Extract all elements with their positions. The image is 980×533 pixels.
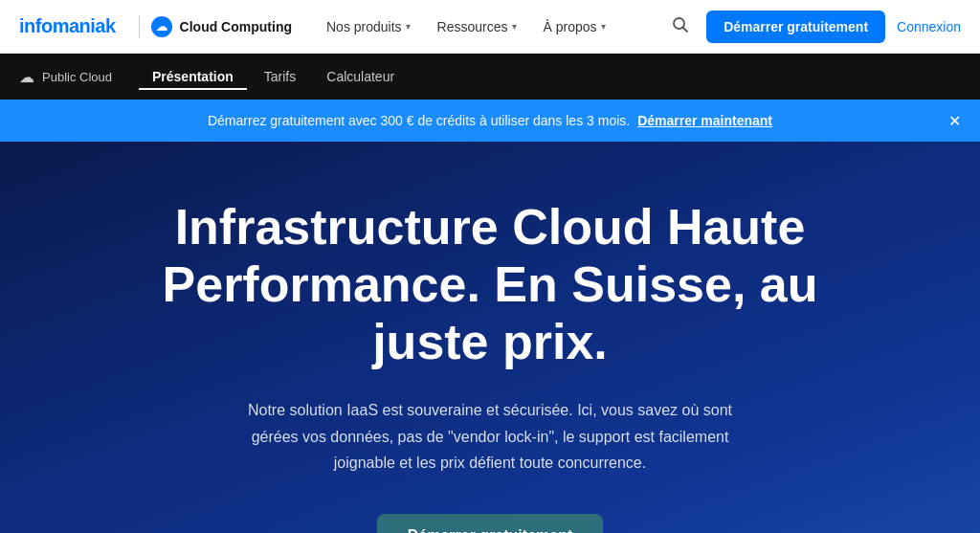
search-icon[interactable] <box>666 11 695 43</box>
nav-link-label: À propos <box>544 19 597 34</box>
cloud-section: ☁ Cloud Computing <box>151 16 292 37</box>
public-cloud-brand: ☁ Public Cloud <box>19 68 112 86</box>
chevron-down-icon: ▾ <box>601 21 606 32</box>
sub-nav-links: Présentation Tarifs Calculateur <box>139 63 408 90</box>
public-cloud-icon: ☁ <box>19 68 34 86</box>
promo-banner: Démarrez gratuitement avec 300 € de créd… <box>0 100 980 142</box>
subnav-calculateur[interactable]: Calculateur <box>313 63 408 90</box>
login-button[interactable]: Connexion <box>897 19 961 34</box>
nav-links: Nos produits ▾ Ressources ▾ À propos ▾ <box>315 13 666 40</box>
cloud-section-label: Cloud Computing <box>180 19 292 34</box>
logo-text: infomaniak <box>19 15 116 37</box>
cta-demarrer-button[interactable]: Démarrer gratuitement <box>706 11 885 43</box>
svg-line-1 <box>683 27 688 32</box>
hero-section: Infrastructure Cloud Haute Performance. … <box>0 142 980 533</box>
cloud-icon: ☁ <box>151 16 172 37</box>
nav-ressources[interactable]: Ressources ▾ <box>426 13 528 40</box>
nav-a-propos[interactable]: À propos ▾ <box>532 13 617 40</box>
top-navigation: infomaniak ☁ Cloud Computing Nos produit… <box>0 0 980 54</box>
nav-nos-produits[interactable]: Nos produits ▾ <box>315 13 422 40</box>
subnav-presentation[interactable]: Présentation <box>139 63 247 90</box>
nav-divider <box>139 15 140 38</box>
public-cloud-label: Public Cloud <box>42 70 112 84</box>
nav-link-label: Nos produits <box>326 19 402 34</box>
hero-title: Infrastructure Cloud Haute Performance. … <box>145 199 835 370</box>
infomaniak-logo[interactable]: infomaniak <box>19 15 116 37</box>
banner-close-icon[interactable]: ✕ <box>948 112 961 130</box>
subnav-tarifs[interactable]: Tarifs <box>251 63 309 90</box>
chevron-down-icon: ▾ <box>512 21 517 32</box>
nav-right: Démarrer gratuitement Connexion <box>666 11 961 43</box>
hero-cta-button[interactable]: Démarrer gratuitement <box>377 514 604 533</box>
banner-text: Démarrez gratuitement avec 300 € de créd… <box>208 113 630 128</box>
sub-navigation: ☁ Public Cloud Présentation Tarifs Calcu… <box>0 54 980 100</box>
banner-cta-link[interactable]: Démarrer maintenant <box>637 113 772 128</box>
nav-link-label: Ressources <box>437 19 508 34</box>
hero-subtitle: Notre solution IaaS est souveraine et sé… <box>241 397 739 476</box>
chevron-down-icon: ▾ <box>406 21 411 32</box>
